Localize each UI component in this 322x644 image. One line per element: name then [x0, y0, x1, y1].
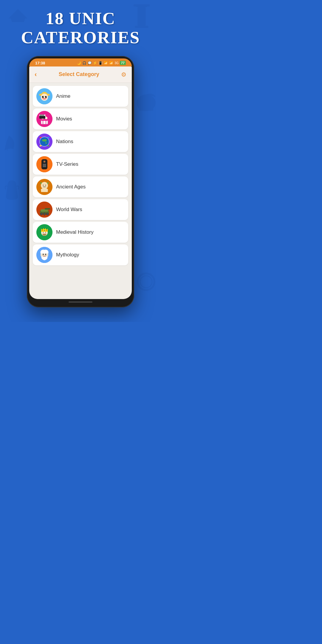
svg-point-14 — [45, 96, 47, 98]
svg-point-15 — [43, 96, 44, 97]
category-item-tvseries[interactable]: TV-Series — [33, 154, 128, 175]
svg-rect-43 — [43, 165, 46, 166]
worldwars-icon — [36, 202, 52, 218]
phone-wrapper: 17:38 🌙 🎧 💬 ⚡ 📳 📶 📶 3G 77 ‹ Select Categ… — [0, 53, 161, 316]
app-title: Select Category — [59, 71, 99, 78]
category-item-anime[interactable]: Anime — [33, 86, 128, 107]
svg-point-57 — [41, 213, 42, 215]
moon-icon: 🌙 — [77, 61, 81, 65]
category-item-worldwars[interactable]: World Wars — [33, 199, 128, 220]
battery-indicator: 77 — [120, 61, 126, 65]
signal-icon: 📶 — [109, 61, 113, 65]
whatsapp-icon: 💬 — [88, 61, 92, 65]
back-button[interactable]: ‹ — [35, 71, 37, 78]
svg-point-48 — [43, 185, 44, 185]
svg-rect-53 — [45, 208, 50, 210]
phone-frame: 17:38 🌙 🎧 💬 ⚡ 📳 📶 📶 3G 77 ‹ Select Categ… — [27, 56, 134, 307]
category-item-nations[interactable]: Nations — [33, 131, 128, 152]
movies-icon — [36, 111, 52, 127]
movies-label: Movies — [56, 116, 72, 122]
category-item-movies[interactable]: Movies — [33, 109, 128, 129]
svg-rect-36 — [47, 137, 49, 138]
svg-point-67 — [45, 232, 46, 233]
worldwars-label: World Wars — [56, 207, 82, 213]
svg-point-12 — [41, 94, 48, 101]
ancient-icon — [36, 179, 52, 195]
app-header: ‹ Select Category ⚙ — [29, 66, 132, 83]
svg-point-17 — [36, 111, 52, 127]
vibrate-icon: 📳 — [98, 61, 103, 65]
app-screen: ‹ Select Category ⚙ — [29, 66, 132, 299]
tvseries-label: TV-Series — [56, 161, 78, 167]
category-item-medieval[interactable]: Medieval History — [33, 222, 128, 243]
svg-point-16 — [46, 96, 47, 97]
ancient-label: Ancient Ages — [56, 184, 86, 190]
usb-icon: ⚡ — [93, 61, 97, 65]
category-item-ancient[interactable]: Ancient Ages — [33, 177, 128, 197]
mythology-icon — [36, 247, 52, 263]
svg-rect-38 — [47, 145, 49, 146]
svg-point-34 — [40, 137, 49, 146]
status-bar: 17:38 🌙 🎧 💬 ⚡ 📳 📶 📶 3G 77 — [29, 58, 132, 66]
svg-rect-21 — [45, 119, 47, 124]
svg-point-70 — [43, 254, 44, 255]
medieval-label: Medieval History — [56, 229, 94, 235]
headset-icon: 🎧 — [82, 61, 86, 65]
svg-point-71 — [45, 254, 46, 255]
svg-point-58 — [44, 213, 45, 215]
anime-icon — [36, 88, 52, 104]
svg-point-45 — [44, 161, 45, 162]
svg-rect-35 — [40, 137, 41, 138]
settings-button[interactable]: ⚙ — [121, 71, 126, 78]
status-time: 17:38 — [35, 61, 45, 65]
wifi-icon: 📶 — [104, 61, 108, 65]
svg-point-49 — [45, 185, 46, 185]
svg-point-47 — [41, 182, 48, 189]
category-list: Anime — [29, 83, 132, 268]
category-item-mythology[interactable]: Mythology — [33, 244, 128, 265]
svg-rect-20 — [42, 119, 44, 124]
network-label: 3G — [114, 61, 118, 65]
home-indicator — [29, 299, 132, 305]
svg-point-13 — [42, 96, 44, 98]
svg-rect-44 — [43, 166, 46, 167]
nations-label: Nations — [56, 139, 73, 145]
main-title: 18 UNIC CATERORIES — [6, 9, 155, 47]
anime-label: Anime — [56, 93, 70, 99]
svg-rect-19 — [41, 119, 48, 121]
svg-point-66 — [43, 232, 44, 233]
svg-point-65 — [46, 230, 47, 231]
svg-rect-42 — [43, 164, 46, 165]
mythology-label: Mythology — [56, 252, 79, 258]
svg-rect-52 — [41, 209, 48, 212]
home-bar — [69, 301, 92, 303]
header-section: 18 UNIC CATERORIES — [0, 0, 161, 53]
nations-icon — [36, 134, 52, 150]
svg-point-59 — [47, 213, 48, 215]
svg-point-64 — [44, 230, 45, 231]
svg-rect-37 — [40, 145, 41, 146]
svg-point-63 — [42, 230, 43, 231]
medieval-icon — [36, 224, 52, 240]
status-icons: 🌙 🎧 💬 ⚡ 📳 📶 📶 3G 77 — [77, 61, 126, 65]
tvseries-icon — [36, 156, 52, 172]
